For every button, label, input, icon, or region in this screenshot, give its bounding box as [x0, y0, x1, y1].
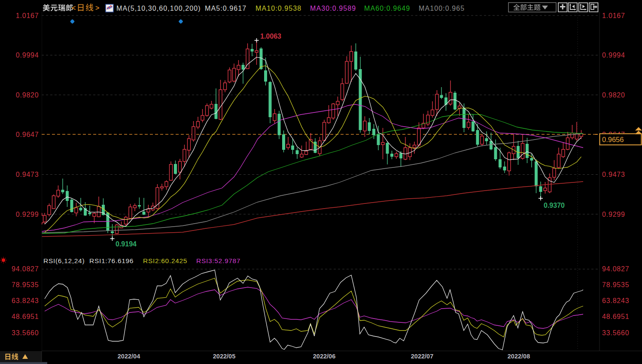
svg-text:RSI(6,12,24): RSI(6,12,24)	[43, 257, 85, 264]
svg-text:63.8243: 63.8243	[12, 297, 39, 304]
svg-text:MA60:0.9649: MA60:0.9649	[364, 5, 410, 12]
svg-text:MA30:0.9589: MA30:0.9589	[310, 5, 356, 12]
svg-text:>: >	[95, 4, 99, 12]
svg-text:78.9535: 78.9535	[602, 281, 629, 288]
svg-text:94.0827: 94.0827	[602, 265, 629, 273]
svg-text:48.6951: 48.6951	[602, 313, 629, 320]
svg-text:0.9820: 0.9820	[602, 91, 625, 99]
svg-text:0.9656: 0.9656	[602, 136, 624, 143]
svg-text:33.5660: 33.5660	[12, 329, 39, 337]
svg-text:MA100:0.965: MA100:0.965	[419, 5, 465, 12]
svg-text:78.9535: 78.9535	[12, 281, 39, 288]
svg-text:48.6951: 48.6951	[12, 313, 39, 320]
svg-text:2022/08: 2022/08	[508, 353, 530, 360]
svg-text:63.8243: 63.8243	[602, 297, 629, 304]
svg-text:2022/04: 2022/04	[118, 353, 140, 360]
svg-text:0.9994: 0.9994	[602, 52, 625, 59]
svg-text:1.0167: 1.0167	[16, 12, 39, 19]
svg-text:0.9820: 0.9820	[16, 91, 39, 99]
svg-text:0.9370: 0.9370	[544, 202, 565, 209]
svg-text:33.5660: 33.5660	[602, 329, 629, 337]
svg-text:0.9994: 0.9994	[16, 52, 39, 59]
svg-text:MA10:0.9538: MA10:0.9538	[256, 5, 301, 12]
svg-text:<: <	[72, 4, 76, 12]
svg-text:0.9647: 0.9647	[16, 131, 39, 138]
svg-text:0.9473: 0.9473	[16, 171, 39, 178]
svg-text:2022/07: 2022/07	[411, 353, 433, 360]
svg-text:0.9194: 0.9194	[116, 240, 137, 248]
svg-text:RSI3:52.9787: RSI3:52.9787	[196, 257, 240, 264]
svg-text:RSI1:76.6196: RSI1:76.6196	[89, 257, 134, 264]
svg-text:MA(5,10,30,60,100,200): MA(5,10,30,60,100,200)	[116, 5, 201, 12]
svg-text:0.9299: 0.9299	[602, 211, 625, 218]
svg-text:RSI2:60.2425: RSI2:60.2425	[143, 257, 187, 264]
svg-text:0.9473: 0.9473	[602, 171, 625, 178]
svg-text:2022/06: 2022/06	[313, 353, 335, 360]
svg-text:2022/05: 2022/05	[213, 353, 235, 360]
svg-text:MA5:0.9617: MA5:0.9617	[205, 5, 246, 12]
svg-text:0.9299: 0.9299	[16, 211, 39, 218]
svg-text:1.0063: 1.0063	[260, 33, 281, 40]
svg-text:94.0827: 94.0827	[12, 265, 39, 273]
svg-text:1.0167: 1.0167	[602, 12, 625, 19]
